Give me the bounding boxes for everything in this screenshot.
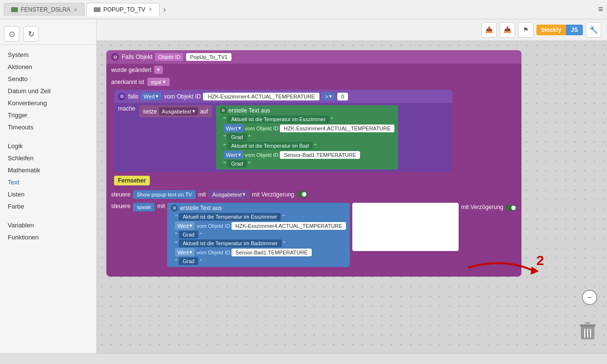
toggle-dot-2	[511, 206, 516, 210]
erstelle-text-label-1: erstelle Text aus	[229, 107, 271, 114]
falls-objekt-label: Falls Objekt	[122, 54, 152, 60]
vom-objekt-id-label-5: vom Objekt ID	[196, 250, 230, 255]
toggle-dot-1	[302, 192, 306, 196]
export-button[interactable]: 📤	[481, 22, 497, 38]
sidebar-item-sendto[interactable]: Sendto	[0, 73, 96, 85]
canvas-area[interactable]: ⚙ Falls Objekt Objekt ID PopUp_To_TV1 wu…	[97, 41, 607, 353]
sidebar-item-sendto-label: Sendto	[8, 75, 28, 83]
sidebar-item-text[interactable]: Text	[0, 176, 96, 188]
erstelle-text-block-2: ⚙ erstelle Text aus " Aktuell ist die Te…	[167, 203, 350, 267]
gear-icon-4: ⚙	[171, 205, 178, 211]
tab-popup-label: POPUP_TO_TV	[103, 6, 145, 13]
erstelle-text-block-1: ⚙ erstelle Text aus " Aktuell ist die Te…	[216, 105, 399, 169]
show-popup-badge: Show popup text on TV	[133, 190, 196, 199]
egal-label: egal	[151, 79, 161, 85]
sidebar-item-funktionen-label: Funktionen	[8, 234, 39, 241]
minus-circle-button[interactable]: −	[582, 290, 597, 305]
sidebar-item-listen-label: Listen	[8, 191, 25, 198]
sidebar-item-variablen-label: Variablen	[8, 222, 34, 229]
sidebar-item-funktionen[interactable]: Funktionen	[0, 231, 96, 243]
wurde-dropdown[interactable]: ▾	[154, 66, 163, 74]
sidebar-item-farbe-label: Farbe	[8, 203, 24, 210]
sidebar-item-farbe[interactable]: Farbe	[0, 200, 96, 212]
fernseher-label: Fernseher	[114, 176, 150, 185]
sidebar-item-trigger[interactable]: Trigger	[0, 109, 96, 121]
toggle-2[interactable]	[506, 205, 517, 211]
js-button[interactable]: JS	[566, 25, 583, 35]
wurde-geaendert-row: wurde geändert ▾	[106, 64, 521, 76]
quote-close-1d: "	[314, 142, 317, 150]
wert-label-5: Wert	[177, 250, 188, 255]
main-area: ⊙ ↻ System Aktionen Sendto Datum und Zei…	[0, 19, 607, 353]
sidebar-item-system[interactable]: System	[0, 49, 96, 61]
mache-row: mache setze Ausgabetext ▾ auf	[114, 103, 452, 172]
sidebar-item-konvertierung[interactable]: Konvertierung	[0, 97, 96, 109]
vom-objekt-id-label-2: vom Objekt ID	[245, 126, 279, 131]
steuere-label-1: steuere	[111, 191, 130, 198]
wert-chevron-4: ▾	[189, 223, 192, 229]
blockly-button[interactable]: blockly	[536, 25, 566, 35]
sidebar-item-variablen[interactable]: Variablen	[0, 219, 96, 231]
blockly-js-toggle[interactable]: blockly JS	[536, 25, 583, 35]
refresh-button[interactable]: ↻	[23, 26, 39, 42]
sidebar-item-listen[interactable]: Listen	[0, 188, 96, 200]
sensor-bad-value-1: Sensor-Bad1.TEMPERATURE	[280, 151, 360, 159]
wert-dropdown-3[interactable]: Wert ▾	[224, 151, 244, 159]
gear-icon-1: ⚙	[111, 53, 119, 61]
wert-label-4: Wert	[177, 223, 188, 229]
falls-block: ⚙ falls Wert ▾ vom Objekt ID HZK-Esszimm…	[114, 90, 452, 172]
import-button[interactable]: 📥	[500, 22, 515, 38]
sidebar-item-mathematik-label: Mathematik	[8, 167, 40, 174]
tab-fenster[interactable]: FENSTER_DSLRA ✕	[4, 3, 85, 16]
steuere-popup-row: steuere Show popup text on TV mit Ausgab…	[106, 188, 521, 201]
mit-label-1: mit	[198, 191, 206, 198]
vom-objekt-id-label-1: vom Objekt ID	[164, 93, 201, 100]
wert-dropdown-5[interactable]: Wert ▾	[175, 248, 195, 256]
sidebar-item-datum[interactable]: Datum und Zeit	[0, 85, 96, 97]
text-row-1b: Wert ▾ vom Objekt ID HZK-Esszimmer4.ACTU…	[224, 124, 395, 132]
toggle-1[interactable]	[297, 191, 307, 197]
anerkannt-label: anerkannt ist	[111, 79, 145, 85]
erstelle-text-label-2: erstelle Text aus	[180, 205, 222, 211]
vom-objekt-id-label-4: vom Objekt ID	[196, 223, 230, 229]
sidebar-item-logik[interactable]: Logik	[0, 140, 96, 152]
main-block: ⚙ Falls Objekt Objekt ID PopUp_To_TV1 wu…	[106, 50, 521, 277]
sidebar-item-timeouts[interactable]: Timeouts	[0, 121, 96, 133]
steuere-speak-row: steuere speak mit ⚙ erstelle Text aus	[106, 201, 521, 271]
hamburger-menu-icon[interactable]: ≡	[598, 4, 603, 14]
gt-dropdown[interactable]: > ▾	[322, 92, 334, 100]
wert-label-3: Wert	[226, 152, 237, 158]
wert-dropdown-4[interactable]: Wert ▾	[175, 222, 195, 230]
wert-dropdown-2[interactable]: Wert ▾	[224, 124, 244, 132]
grad-val-2: Grad	[227, 160, 246, 168]
erstelle-header-1: ⚙ erstelle Text aus	[220, 107, 395, 114]
ausgabetext-chevron: ▾	[192, 108, 195, 114]
wurde-geaendert-label: wurde geändert	[111, 67, 151, 73]
setze-row: setze Ausgabetext ▾ auf	[143, 107, 208, 115]
sidebar-item-mathematik[interactable]: Mathematik	[0, 164, 96, 176]
ausgabetext-dropdown-2[interactable]: Ausgabetext ▾	[208, 190, 249, 199]
flag-button[interactable]: ⚑	[518, 22, 534, 38]
settings-button[interactable]: 🔧	[586, 22, 601, 38]
ausgabetext-dropdown[interactable]: Ausgabetext ▾	[159, 107, 198, 115]
sidebar-item-timeouts-label: Timeouts	[8, 124, 33, 131]
erstelle-text-rows-1: " Aktuell ist die Temperatur im Esszimme…	[224, 115, 395, 168]
mit-verzoegerung-label-2: mit Verzögerung	[461, 204, 503, 210]
quote-open-1d: "	[224, 142, 226, 150]
wert-dropdown-1[interactable]: Wert ▾	[141, 92, 161, 100]
trash-button[interactable]	[580, 322, 595, 344]
quote-close-2c: "	[200, 231, 202, 238]
svg-text:2: 2	[536, 253, 544, 268]
tab-bar-right: ≡	[598, 4, 603, 14]
tab-fenster-close[interactable]: ✕	[73, 7, 77, 13]
tab-popup-close[interactable]: ✕	[148, 7, 152, 12]
tab-popup[interactable]: POPUP_TO_TV ✕	[87, 3, 159, 16]
sidebar-item-schleifen[interactable]: Schleifen	[0, 152, 96, 164]
wert-chevron-5: ▾	[189, 249, 192, 255]
target-button[interactable]: ⊙	[4, 26, 19, 42]
sidebar-item-aktionen[interactable]: Aktionen	[0, 61, 96, 73]
ausgabetext-chevron-2: ▾	[243, 191, 246, 197]
egal-dropdown[interactable]: egal ▾	[147, 78, 170, 86]
tab-more-button[interactable]: ›	[163, 5, 166, 14]
objekt-id-badge[interactable]: Objekt ID	[155, 53, 183, 61]
